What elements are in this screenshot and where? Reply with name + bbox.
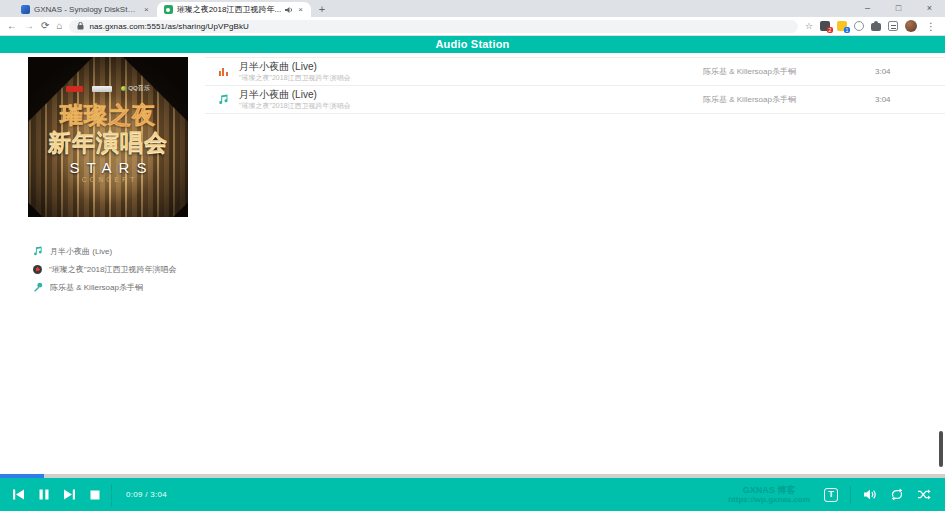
new-tab-button[interactable]: + bbox=[319, 3, 325, 17]
microphone-icon bbox=[33, 282, 43, 292]
watermark-url: https://wp.gxnas.com bbox=[728, 495, 810, 505]
progress-fill bbox=[0, 474, 44, 478]
seek-bar[interactable] bbox=[0, 474, 945, 478]
bookmark-star-icon[interactable]: ☆ bbox=[805, 21, 813, 31]
maximize-button[interactable]: □ bbox=[883, 0, 914, 17]
now-playing-title: 月半小夜曲 (Live) bbox=[50, 246, 112, 257]
tv-station-logo bbox=[66, 86, 83, 92]
album-art-subtitle: 新年演唱会 bbox=[28, 127, 188, 158]
watermark: GXNAS 博客 https://wp.gxnas.com bbox=[728, 485, 810, 505]
track-album: "璀璨之夜"2018江西卫视跨年演唱会 bbox=[239, 101, 703, 110]
track-title: 月半小夜曲 (Live) bbox=[239, 61, 703, 73]
now-playing-info: 月半小夜曲 (Live) "璀璨之夜"2018江西卫视跨年演唱会 陈乐基 & K… bbox=[33, 242, 176, 296]
main-content: QQ音乐 璀璨之夜 新年演唱会 STARS CONCERT 月半小夜曲 (Liv… bbox=[0, 53, 945, 474]
playback-time: 0:09 / 3:04 bbox=[126, 490, 167, 499]
stop-button[interactable] bbox=[89, 489, 101, 501]
album-art-concert-text: CONCERT bbox=[28, 176, 188, 183]
tab-title: 璀璨之夜2018江西卫视跨年... bbox=[177, 4, 281, 15]
browser-toolbar: ← → ⟳ ⌂ nas.gxnas.com:5551/as/sharing/Up… bbox=[0, 17, 945, 36]
track-row[interactable]: 月半小夜曲 (Live) "璀璨之夜"2018江西卫视跨年演唱会 陈乐基 & K… bbox=[205, 58, 945, 86]
now-playing-album: "璀璨之夜"2018江西卫视跨年演唱会 bbox=[49, 264, 176, 275]
music-note-icon bbox=[211, 94, 235, 105]
shuffle-icon[interactable] bbox=[917, 488, 931, 501]
audio-station-favicon-icon bbox=[164, 5, 173, 14]
now-playing-album-row: "璀璨之夜"2018江西卫视跨年演唱会 bbox=[33, 260, 176, 278]
now-playing-title-row: 月半小夜曲 (Live) bbox=[33, 242, 176, 260]
tab-audio-station[interactable]: 璀璨之夜2018江西卫视跨年... × bbox=[157, 2, 311, 17]
extension-adblock-icon[interactable]: 2 bbox=[820, 21, 830, 31]
extension-list-icon[interactable] bbox=[888, 21, 898, 31]
qq-music-logo: QQ音乐 bbox=[121, 84, 149, 93]
lock-icon[interactable] bbox=[77, 22, 84, 30]
scrollbar-thumb[interactable] bbox=[939, 431, 943, 467]
extensions-area: 2 1 ⋮ bbox=[820, 20, 938, 32]
now-playing-equalizer-icon bbox=[211, 68, 235, 76]
forward-button[interactable]: → bbox=[24, 21, 34, 31]
track-duration: 3:04 bbox=[875, 67, 915, 76]
extension-circle-icon[interactable] bbox=[854, 21, 864, 31]
now-playing-artist-row: 陈乐基 & Killersoap杀手锏 bbox=[33, 278, 176, 296]
pause-button[interactable] bbox=[38, 488, 50, 501]
tab-close-icon[interactable]: × bbox=[297, 5, 304, 14]
album-disc-icon bbox=[33, 265, 42, 274]
address-bar[interactable]: nas.gxnas.com:5551/as/sharing/UpVPgBkU bbox=[69, 20, 797, 33]
track-list: 月半小夜曲 (Live) "璀璨之夜"2018江西卫视跨年演唱会 陈乐基 & K… bbox=[205, 57, 945, 114]
track-album: "璀璨之夜"2018江西卫视跨年演唱会 bbox=[239, 73, 703, 82]
player-right-icons bbox=[863, 488, 931, 501]
page-title: Audio Station bbox=[0, 36, 945, 53]
close-window-button[interactable]: × bbox=[914, 0, 945, 17]
divider bbox=[850, 486, 851, 504]
back-button[interactable]: ← bbox=[7, 21, 17, 31]
profile-avatar[interactable] bbox=[905, 20, 917, 32]
player-bar: 0:09 / 3:04 GXNAS 博客 https://wp.gxnas.co… bbox=[0, 474, 945, 511]
playback-controls bbox=[0, 484, 112, 506]
track-duration: 3:04 bbox=[875, 95, 915, 104]
tab-diskstation[interactable]: GXNAS - Synology DiskStation × bbox=[14, 2, 157, 17]
next-button[interactable] bbox=[63, 488, 76, 501]
extension-badge: 1 bbox=[844, 27, 850, 33]
window-controls: – □ × bbox=[852, 0, 945, 17]
minimize-button[interactable]: – bbox=[852, 0, 883, 17]
tab-audio-playing-icon[interactable] bbox=[285, 6, 293, 14]
track-row[interactable]: 月半小夜曲 (Live) "璀璨之夜"2018江西卫视跨年演唱会 陈乐基 & K… bbox=[205, 86, 945, 114]
album-art-logos: QQ音乐 bbox=[28, 84, 188, 93]
extension-badge: 2 bbox=[827, 27, 833, 33]
track-artist: 陈乐基 & Killersoap杀手锏 bbox=[703, 94, 875, 105]
previous-button[interactable] bbox=[12, 488, 25, 501]
tab-close-icon[interactable]: × bbox=[143, 5, 150, 14]
track-artist: 陈乐基 & Killersoap杀手锏 bbox=[703, 66, 875, 77]
volume-icon[interactable] bbox=[863, 488, 877, 501]
extensions-puzzle-icon[interactable] bbox=[871, 21, 881, 31]
sponsor-logo bbox=[92, 86, 112, 92]
tab-title: GXNAS - Synology DiskStation bbox=[34, 5, 139, 14]
album-art: QQ音乐 璀璨之夜 新年演唱会 STARS CONCERT bbox=[28, 57, 188, 217]
home-button[interactable]: ⌂ bbox=[56, 21, 62, 31]
tab-strip: GXNAS - Synology DiskStation × 璀璨之夜2018江… bbox=[0, 0, 945, 17]
now-playing-artist: 陈乐基 & Killersoap杀手锏 bbox=[50, 282, 143, 293]
lyrics-button[interactable]: T bbox=[824, 488, 838, 502]
extension-download-icon[interactable]: 1 bbox=[837, 21, 847, 31]
browser-menu-icon[interactable]: ⋮ bbox=[924, 21, 938, 32]
music-note-icon bbox=[33, 246, 43, 256]
repeat-icon[interactable] bbox=[890, 488, 904, 501]
track-title: 月半小夜曲 (Live) bbox=[239, 89, 703, 101]
reload-button[interactable]: ⟳ bbox=[41, 21, 49, 31]
watermark-title: GXNAS 博客 bbox=[728, 485, 810, 495]
synology-favicon-icon bbox=[21, 5, 30, 14]
album-art-stars-text: STARS bbox=[28, 159, 188, 176]
url-text: nas.gxnas.com:5551/as/sharing/UpVPgBkU bbox=[89, 22, 248, 31]
